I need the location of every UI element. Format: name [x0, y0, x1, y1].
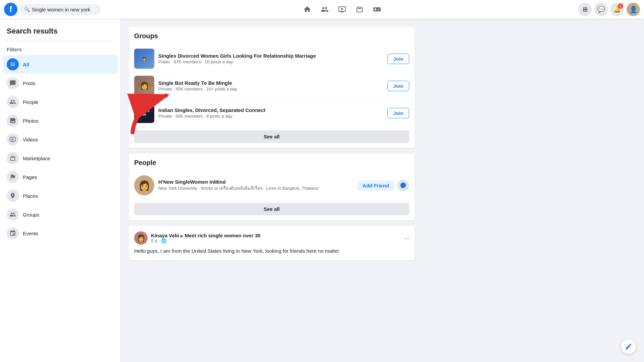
join-btn-2[interactable]: Join: [387, 81, 409, 91]
message-btn-1[interactable]: [397, 179, 409, 191]
group-name-1: Singles Divorced Women Girls Looking For…: [158, 53, 383, 59]
sidebar-title: Search results: [3, 24, 118, 40]
videos-icon: [7, 133, 19, 145]
post-options-btn[interactable]: ···: [404, 234, 409, 242]
profile-avatar[interactable]: 👤: [627, 3, 640, 16]
group-info-1: Singles Divorced Women Girls Looking For…: [158, 53, 383, 64]
nav-right: ⊞ 💬 🔔 1 👤: [566, 3, 640, 16]
places-label: Places: [23, 193, 38, 199]
pages-icon: [7, 171, 19, 183]
marketplace-nav-btn[interactable]: [352, 1, 368, 17]
facebook-logo[interactable]: f: [4, 3, 17, 16]
posts-icon: [7, 77, 19, 89]
posts-label: Posts: [23, 80, 36, 86]
watch-nav-btn[interactable]: [334, 1, 350, 17]
group-item: Singles99 Indian Singles, Divorced, Sepa…: [134, 100, 409, 126]
sidebar-item-all[interactable]: All: [3, 55, 118, 74]
marketplace-label: Marketplace: [23, 156, 50, 161]
sidebar-item-photos[interactable]: Photos: [3, 111, 118, 130]
sidebar-item-pages[interactable]: Pages: [3, 168, 118, 186]
pages-label: Pages: [23, 174, 37, 180]
group-thumb-1: 👩: [134, 49, 154, 69]
add-friend-btn-1[interactable]: Add Friend: [357, 180, 394, 191]
people-see-all-btn[interactable]: See all: [134, 203, 409, 215]
photos-icon: [7, 115, 19, 127]
post-author-info: Kinaya Vebi ▶ Meet rich single women ove…: [151, 233, 261, 243]
post-author-name: Kinaya Vebi ▶ Meet rich single women ove…: [151, 233, 261, 238]
person-actions-1: Add Friend: [357, 179, 409, 191]
notification-badge: 1: [618, 3, 623, 9]
group-item: 👩 Single But Ready To Be Mingle Private …: [134, 72, 409, 100]
person-avatar-1: 👩: [134, 175, 154, 195]
person-item: 👩 H'New SingleWomen InMind New York Univ…: [134, 172, 409, 199]
groups-label: Groups: [23, 212, 39, 218]
group-thumb-3: Singles99: [134, 103, 154, 123]
main-content: Groups 👩 Singles Divorced Women Girls Lo…: [121, 19, 423, 362]
groups-card: Groups 👩 Singles Divorced Women Girls Lo…: [129, 27, 415, 148]
sidebar-item-posts[interactable]: Posts: [3, 74, 118, 93]
post-body: Hello guys, I am from the United States …: [134, 247, 409, 255]
groups-see-all-btn[interactable]: See all: [134, 130, 409, 143]
sidebar-item-marketplace[interactable]: Marketplace: [3, 149, 118, 168]
privacy-icon: 🌐: [161, 238, 166, 243]
join-btn-1[interactable]: Join: [387, 54, 409, 64]
sidebar: Search results Filters All Posts People: [0, 19, 121, 362]
gaming-nav-btn[interactable]: [369, 1, 385, 17]
group-thumb-2: 👩: [134, 76, 154, 96]
post-header: 👩 Kinaya Vebi ▶ Meet rich single women o…: [134, 231, 409, 245]
groups-section-title: Groups: [134, 32, 409, 40]
group-meta-3: Private · 50K members · 8 posts a day: [158, 114, 383, 119]
person-info-1: H'New SingleWomen InMind New York Univer…: [158, 179, 353, 191]
messenger-btn[interactable]: 💬: [594, 3, 608, 16]
top-navigation: f 🔍 ⊞ 💬 🔔 1: [0, 0, 644, 19]
page-layout: Search results Filters All Posts People: [0, 19, 644, 362]
all-icon: [7, 58, 19, 70]
group-name-3: Indian Singles, Divorced, Separated Conn…: [158, 107, 383, 113]
home-nav-btn[interactable]: [299, 1, 315, 17]
people-section-title: People: [134, 159, 409, 167]
person-meta-1: New York University · Works at เครื่องดั…: [158, 185, 353, 191]
sidebar-divider: [7, 41, 114, 41]
post-author-avatar: 👩: [134, 231, 148, 245]
marketplace-icon: [7, 152, 19, 164]
person-name-1: H'New SingleWomen InMind: [158, 179, 353, 185]
post-card: 👩 Kinaya Vebi ▶ Meet rich single women o…: [129, 226, 415, 260]
menu-btn[interactable]: ⊞: [578, 3, 592, 16]
events-icon: [7, 227, 19, 239]
edit-fab-btn[interactable]: [621, 339, 636, 354]
notifications-btn[interactable]: 🔔 1: [610, 3, 624, 16]
sidebar-item-groups[interactable]: Groups: [3, 205, 118, 224]
group-meta-2: Private · 45K members · 10+ posts a day: [158, 86, 383, 92]
sidebar-item-people[interactable]: People: [3, 93, 118, 111]
people-icon: [7, 96, 19, 108]
search-bar-container: 🔍: [20, 4, 101, 15]
nav-center: [118, 1, 566, 17]
people-card: People 👩 H'New SingleWomen InMind New Yo…: [129, 154, 415, 221]
all-label: All: [23, 62, 29, 67]
filters-label: Filters: [3, 45, 118, 55]
videos-label: Videos: [23, 137, 38, 142]
group-info-3: Indian Singles, Divorced, Separated Conn…: [158, 107, 383, 119]
group-meta-1: Public · 87K members · 10 posts a day: [158, 59, 383, 64]
photos-label: Photos: [23, 118, 39, 124]
join-btn-3[interactable]: Join: [387, 108, 409, 118]
nav-left: f 🔍: [4, 3, 118, 16]
sidebar-item-events[interactable]: Events: [3, 224, 118, 243]
sidebar-item-videos[interactable]: Videos: [3, 130, 118, 149]
post-meta: 5 d · 🌐: [151, 238, 261, 243]
group-item: 👩 Singles Divorced Women Girls Looking F…: [134, 45, 409, 72]
events-label: Events: [23, 231, 38, 236]
friends-nav-btn[interactable]: [317, 1, 333, 17]
search-input[interactable]: [32, 7, 97, 12]
groups-icon: [7, 208, 19, 221]
people-label: People: [23, 99, 39, 105]
group-info-2: Single But Ready To Be Mingle Private · …: [158, 80, 383, 92]
group-name-2: Single But Ready To Be Mingle: [158, 80, 383, 86]
sidebar-item-places[interactable]: Places: [3, 186, 118, 205]
places-icon: [7, 190, 19, 202]
search-icon: 🔍: [24, 7, 30, 12]
